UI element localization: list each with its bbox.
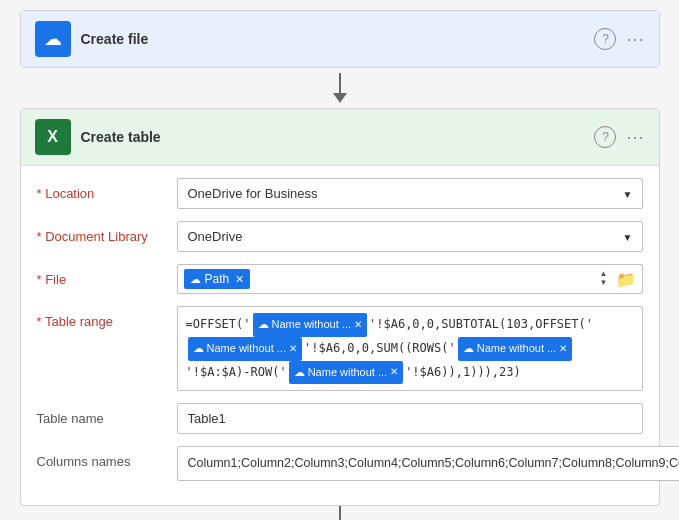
down-arrow (333, 73, 347, 103)
doc-library-control: OneDrive (177, 221, 643, 252)
create-table-card: X Create table ? ··· * Location OneDrive… (20, 108, 660, 506)
table-name-input[interactable] (177, 403, 643, 434)
chip1-label: Name without ... (272, 315, 351, 335)
create-table-help-button[interactable]: ? (594, 126, 616, 148)
create-table-more-button[interactable]: ··· (626, 127, 644, 148)
table-name-label: Table name (37, 403, 177, 426)
arrow-head (333, 93, 347, 103)
path-chip-label: Path (205, 272, 230, 286)
columns-names-label: Columns names (37, 446, 177, 469)
file-arrows[interactable]: ▲ ▼ (600, 270, 608, 288)
chip4-close[interactable]: ✕ (390, 363, 398, 381)
create-file-card: ☁ Create file ? ··· (20, 10, 660, 68)
file-control: ☁ Path ✕ ▲ ▼ 📁 (177, 264, 643, 294)
doc-library-label: * Document Library (37, 221, 177, 244)
chip4-label: Name without ... (308, 363, 387, 383)
columns-names-row: Columns names Column1;Column2;Column3;Co… (37, 446, 643, 481)
chip3-label: Name without ... (477, 339, 556, 359)
formula-prefix1: =OFFSET(' (186, 317, 251, 331)
create-table-actions: ? ··· (594, 126, 644, 148)
doc-library-row: * Document Library OneDrive (37, 221, 643, 252)
path-chip[interactable]: ☁ Path ✕ (184, 269, 251, 289)
table-range-row: * Table range =OFFSET('☁Name without ...… (37, 306, 643, 391)
location-label: * Location (37, 178, 177, 201)
columns-names-control: Column1;Column2;Column3;Column4;Column5;… (177, 446, 680, 481)
create-file-actions: ? ··· (594, 28, 644, 50)
doc-library-value[interactable]: OneDrive (177, 221, 643, 252)
create-file-icon-box: ☁ (35, 21, 71, 57)
formula-mid1: '!$A6,0,0,SUBTOTAL(103,OFFSET(' (369, 317, 593, 331)
create-table-icon-box: X (35, 119, 71, 155)
formula-mid2: '!$A6,0,0,SUM((ROWS(' (304, 341, 456, 355)
range-chip-3[interactable]: ☁Name without ...✕ (458, 337, 572, 361)
chip3-cloud-icon: ☁ (463, 339, 474, 359)
folder-icon[interactable]: 📁 (616, 270, 636, 289)
range-chip-1[interactable]: ☁Name without ...✕ (253, 313, 367, 337)
file-input-row: ☁ Path ✕ ▲ ▼ 📁 (177, 264, 643, 294)
file-row: * File ☁ Path ✕ ▲ ▼ 📁 (37, 264, 643, 294)
range-chip-2[interactable]: ☁Name without ...✕ (188, 337, 302, 361)
chip1-close[interactable]: ✕ (354, 316, 362, 334)
formula-suffix2: '!$A6)),1))),23) (405, 365, 521, 379)
chip3-close[interactable]: ✕ (559, 340, 567, 358)
create-table-title: Create table (81, 129, 595, 145)
create-file-title: Create file (81, 31, 595, 47)
file-label: * File (37, 264, 177, 287)
bottom-connector (20, 506, 660, 520)
arrow-line (339, 73, 341, 93)
doc-library-select-wrapper[interactable]: OneDrive (177, 221, 643, 252)
range-chip-4[interactable]: ☁Name without ...✕ (289, 361, 403, 385)
excel-icon: X (47, 128, 58, 146)
create-table-form: * Location OneDrive for Business * Docum… (21, 166, 659, 505)
table-range-label: * Table range (37, 306, 177, 329)
formula-suffix1: '!$A:$A)-ROW(' (186, 365, 287, 379)
table-range-box[interactable]: =OFFSET('☁Name without ...✕'!$A6,0,0,SUB… (177, 306, 643, 391)
table-name-control (177, 403, 643, 434)
arrow-connector (20, 68, 660, 108)
location-control: OneDrive for Business (177, 178, 643, 209)
chip2-label: Name without ... (207, 339, 286, 359)
chip2-cloud-icon: ☁ (193, 339, 204, 359)
cloud-icon: ☁ (44, 28, 62, 50)
create-file-more-button[interactable]: ··· (626, 29, 644, 50)
table-range-control: =OFFSET('☁Name without ...✕'!$A6,0,0,SUB… (177, 306, 643, 391)
create-file-help-button[interactable]: ? (594, 28, 616, 50)
chip-cloud-icon: ☁ (190, 273, 201, 286)
location-select-wrapper[interactable]: OneDrive for Business (177, 178, 643, 209)
location-row: * Location OneDrive for Business (37, 178, 643, 209)
chip2-close[interactable]: ✕ (289, 340, 297, 358)
chip4-cloud-icon: ☁ (294, 363, 305, 383)
down-arrow-icon: ▼ (600, 279, 608, 288)
chip1-cloud-icon: ☁ (258, 315, 269, 335)
path-chip-close[interactable]: ✕ (235, 273, 244, 286)
columns-names-value[interactable]: Column1;Column2;Column3;Column4;Column5;… (177, 446, 680, 481)
location-value[interactable]: OneDrive for Business (177, 178, 643, 209)
bottom-line (339, 506, 341, 520)
table-name-row: Table name (37, 403, 643, 434)
